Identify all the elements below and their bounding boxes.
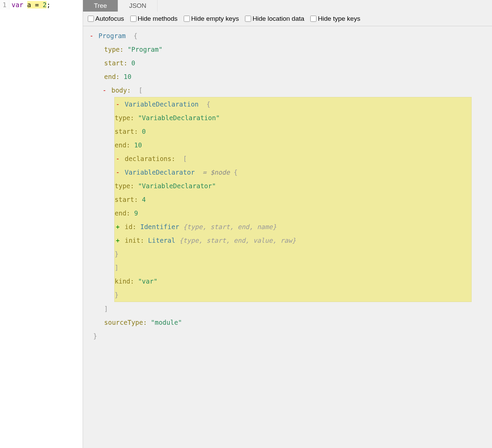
prop-key: type: <box>115 114 134 122</box>
brace-open: { <box>133 32 137 39</box>
node-name: Identifier <box>140 223 179 230</box>
prop-end[interactable]: end: 10 <box>83 70 492 83</box>
brace-close: } <box>115 291 118 299</box>
prop-value: 10 <box>134 141 142 149</box>
prop-value: 4 <box>142 196 146 203</box>
prop-value: "module" <box>151 319 182 326</box>
tab-bar: Tree JSON <box>83 0 492 12</box>
prop-key: end: <box>115 209 130 217</box>
prop-start[interactable]: start: 0 <box>83 56 492 70</box>
prop-value: "VariableDeclarator" <box>138 182 216 190</box>
brace-close: } <box>115 250 118 258</box>
prop-body[interactable]: - body: [ <box>83 83 492 97</box>
prop-value: "Program" <box>128 46 163 53</box>
prop-value: 9 <box>134 209 138 217</box>
prop-type[interactable]: type: "Program" <box>83 43 492 56</box>
toggle-icon[interactable]: + <box>115 234 121 247</box>
prop-end[interactable]: end: 9 <box>115 206 471 220</box>
tab-json[interactable]: JSON <box>118 0 158 12</box>
prop-key: id: <box>125 223 136 230</box>
toggle-icon[interactable]: - <box>88 29 95 43</box>
editor-line[interactable]: 1 var a = 2; <box>0 0 83 10</box>
token-space <box>23 1 27 9</box>
bracket-close: ] <box>104 305 108 313</box>
prop-type[interactable]: type: "VariableDeclarator" <box>115 179 471 193</box>
tree-node-vardeclarator[interactable]: - VariableDeclarator = $node { <box>115 165 471 179</box>
prop-id[interactable]: + id: Identifier {type, start, end, name… <box>115 220 471 234</box>
node-name: VariableDeclaration <box>125 100 198 108</box>
brace-close: } <box>83 329 492 343</box>
checkbox-hide-methods[interactable] <box>130 16 136 22</box>
toggle-icon[interactable]: - <box>115 152 121 165</box>
token-variable: a <box>27 1 31 9</box>
prop-key: type: <box>115 182 134 190</box>
token-space <box>39 1 43 9</box>
prop-start[interactable]: start: 4 <box>115 193 471 206</box>
prop-key: body: <box>111 86 131 94</box>
output-pane: Tree JSON Autofocus Hide methods Hide em… <box>83 0 492 448</box>
prop-key: end: <box>104 73 120 80</box>
prop-key: type: <box>104 46 124 53</box>
option-hide-empty[interactable]: Hide empty keys <box>184 15 239 22</box>
brace-open: { <box>207 100 210 108</box>
token-semicolon: ; <box>47 1 50 9</box>
prop-key: start: <box>115 128 138 135</box>
prop-key: sourceType: <box>104 319 147 326</box>
option-label: Autofocus <box>95 15 124 22</box>
node-hint: {type, start, end, name} <box>183 223 277 230</box>
prop-type[interactable]: type: "VariableDeclaration" <box>115 111 471 125</box>
bracket-close: ] <box>115 261 471 274</box>
prop-value: 10 <box>124 73 131 80</box>
token-operator: = <box>35 1 39 9</box>
prop-value: "VariableDeclaration" <box>138 114 220 122</box>
prop-key: declarations: <box>125 155 175 162</box>
prop-end[interactable]: end: 10 <box>115 138 471 152</box>
option-label: Hide empty keys <box>191 15 239 22</box>
prop-key: start: <box>115 196 138 203</box>
token-space <box>31 1 35 9</box>
bracket-close: ] <box>83 302 492 316</box>
option-hide-location[interactable]: Hide location data <box>245 15 304 22</box>
line-number: 1 <box>0 0 10 10</box>
tab-tree[interactable]: Tree <box>83 0 118 12</box>
bracket-close: ] <box>115 264 118 271</box>
highlighted-node: - VariableDeclaration { type: "VariableD… <box>114 97 472 302</box>
prop-value: 0 <box>142 128 146 135</box>
checkbox-autofocus[interactable] <box>88 16 94 22</box>
bracket-open: [ <box>183 155 187 162</box>
toggle-icon[interactable]: - <box>101 83 108 97</box>
brace-close: } <box>115 288 471 302</box>
option-autofocus[interactable]: Autofocus <box>88 15 124 22</box>
prop-key: start: <box>104 59 128 67</box>
token-number: 2 <box>43 1 47 9</box>
node-name: VariableDeclarator <box>125 169 195 176</box>
toggle-icon[interactable]: - <box>115 97 121 111</box>
checkbox-hide-type[interactable] <box>310 16 316 22</box>
code-content[interactable]: var a = 2; <box>10 0 51 10</box>
brace-close: } <box>93 332 97 340</box>
checkbox-hide-empty[interactable] <box>184 16 190 22</box>
bracket-open: [ <box>139 86 143 94</box>
tree-node-vardecl[interactable]: - VariableDeclaration { <box>115 97 471 111</box>
prop-declarations[interactable]: - declarations: [ <box>115 152 471 165</box>
node-var: = $node <box>202 169 230 176</box>
option-hide-type[interactable]: Hide type keys <box>310 15 360 22</box>
ast-tree: - Program { type: "Program" start: 0 end… <box>83 26 492 353</box>
option-label: Hide type keys <box>318 15 360 22</box>
tree-node-program[interactable]: - Program { <box>83 29 492 43</box>
prop-init[interactable]: + init: Literal {type, start, end, value… <box>115 234 471 247</box>
toggle-icon[interactable]: - <box>115 165 121 179</box>
toggle-icon[interactable]: + <box>115 220 121 234</box>
brace-open: { <box>234 169 237 176</box>
token-keyword: var <box>12 1 23 9</box>
checkbox-hide-location[interactable] <box>245 16 251 22</box>
prop-start[interactable]: start: 0 <box>115 125 471 138</box>
node-hint: {type, start, end, value, raw} <box>179 237 296 244</box>
prop-sourcetype[interactable]: sourceType: "module" <box>83 316 492 329</box>
prop-value: "var" <box>138 277 158 285</box>
option-label: Hide methods <box>138 15 178 22</box>
prop-key: init: <box>125 237 144 244</box>
code-editor-pane: 1 var a = 2; <box>0 0 83 448</box>
option-hide-methods[interactable]: Hide methods <box>130 15 178 22</box>
prop-kind[interactable]: kind: "var" <box>115 274 471 288</box>
